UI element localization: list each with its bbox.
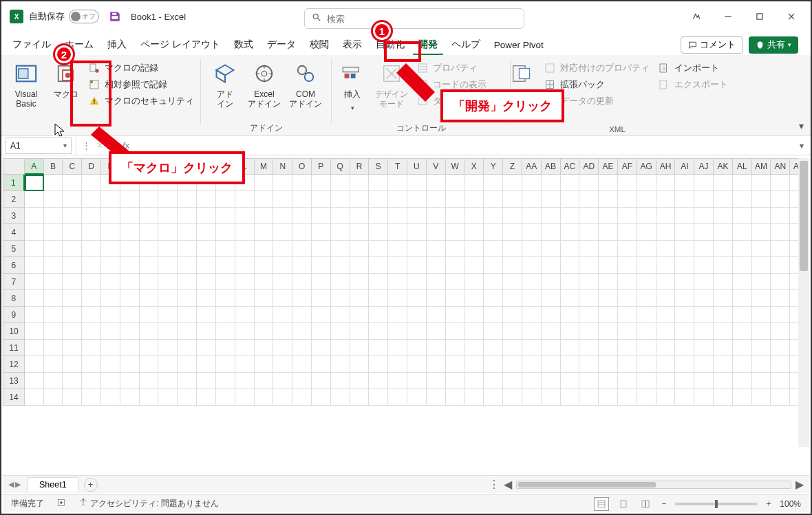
column-header[interactable]: Z [503,158,522,175]
cell[interactable] [25,356,44,373]
cell[interactable] [273,175,292,191]
cell[interactable] [427,175,446,191]
cell[interactable] [350,323,370,340]
com-addins-button[interactable]: COM アドイン [285,59,326,112]
cell[interactable] [752,208,771,224]
cell[interactable] [140,274,159,290]
cell[interactable] [216,373,235,389]
cell[interactable] [714,241,733,257]
cell[interactable] [484,224,503,241]
cell[interactable] [464,373,484,389]
cell[interactable] [255,175,274,191]
cell[interactable] [542,274,561,290]
accessibility-status[interactable]: アクセシビリティ: 問題ありません [78,498,219,509]
cell[interactable] [101,241,120,257]
cell[interactable] [599,224,618,241]
cell[interactable] [350,290,370,307]
cell[interactable] [197,208,216,224]
cell[interactable] [579,323,599,340]
cell[interactable] [694,307,714,323]
cell[interactable] [388,290,407,307]
cell[interactable] [752,241,771,257]
cell[interactable] [120,290,140,307]
cell[interactable] [273,373,292,389]
scroll-thumb[interactable] [518,482,656,487]
cell[interactable] [656,208,676,224]
cell[interactable] [273,208,292,224]
cell[interactable] [331,307,350,323]
column-header[interactable]: AB [542,158,561,175]
cell[interactable] [522,224,542,241]
cell[interactable] [599,208,618,224]
row-header[interactable]: 12 [3,356,25,373]
cell[interactable] [140,389,159,406]
cell[interactable] [464,340,484,356]
cell[interactable] [158,323,178,340]
cell[interactable] [675,208,694,224]
row-header[interactable]: 11 [3,340,25,356]
cell[interactable] [542,241,561,257]
cell[interactable] [599,323,618,340]
cell[interactable] [292,224,312,241]
cell[interactable] [427,241,446,257]
cell[interactable] [312,241,331,257]
cell[interactable] [637,274,656,290]
cell[interactable] [292,274,312,290]
cell[interactable] [427,307,446,323]
column-header[interactable]: M [255,158,274,175]
cell[interactable] [197,307,216,323]
search-box[interactable] [304,8,524,29]
cell[interactable] [427,290,446,307]
column-header[interactable]: O [292,158,312,175]
zoom-knob[interactable] [715,500,718,508]
ribbon-collapse-icon[interactable]: ▾ [799,120,804,131]
scroll-thumb[interactable] [800,161,808,271]
cell[interactable] [752,356,771,373]
cell[interactable] [771,356,790,373]
cell[interactable] [178,323,197,340]
cell[interactable] [216,307,235,323]
cell[interactable] [579,290,599,307]
cell[interactable] [656,373,676,389]
cell[interactable] [446,356,465,373]
cell[interactable] [579,175,599,191]
cell[interactable] [522,191,542,208]
cell[interactable] [44,241,63,257]
cell[interactable] [273,290,292,307]
cell[interactable] [369,323,388,340]
cell[interactable] [656,389,676,406]
cell[interactable] [82,290,101,307]
cell[interactable] [637,356,656,373]
cell[interactable] [235,356,255,373]
cell[interactable] [714,224,733,241]
vertical-scrollbar[interactable] [798,158,809,447]
tab-insert[interactable]: 挿入 [102,36,132,54]
cell[interactable] [561,274,580,290]
cell[interactable] [675,175,694,191]
zoom-out-button[interactable]: － [660,498,668,509]
horizontal-scrollbar[interactable] [516,481,791,489]
row-header[interactable]: 4 [3,224,25,241]
tab-help[interactable]: ヘルプ [446,36,486,54]
cell[interactable] [350,208,370,224]
cell[interactable] [120,356,140,373]
cell[interactable] [120,373,140,389]
cell[interactable] [771,191,790,208]
cell[interactable] [388,340,407,356]
cell[interactable] [733,208,752,224]
cell[interactable] [388,274,407,290]
cell[interactable] [82,274,101,290]
cell[interactable] [101,323,120,340]
cell[interactable] [656,241,676,257]
cell[interactable] [694,191,714,208]
cell[interactable] [140,340,159,356]
cell[interactable] [273,257,292,274]
cell[interactable] [273,340,292,356]
cell[interactable] [312,191,331,208]
map-properties-button[interactable]: 対応付けのプロパティ [544,62,650,74]
cell[interactable] [771,274,790,290]
cell[interactable] [63,340,82,356]
cell[interactable] [656,224,676,241]
cell[interactable] [25,307,44,323]
cell[interactable] [197,389,216,406]
